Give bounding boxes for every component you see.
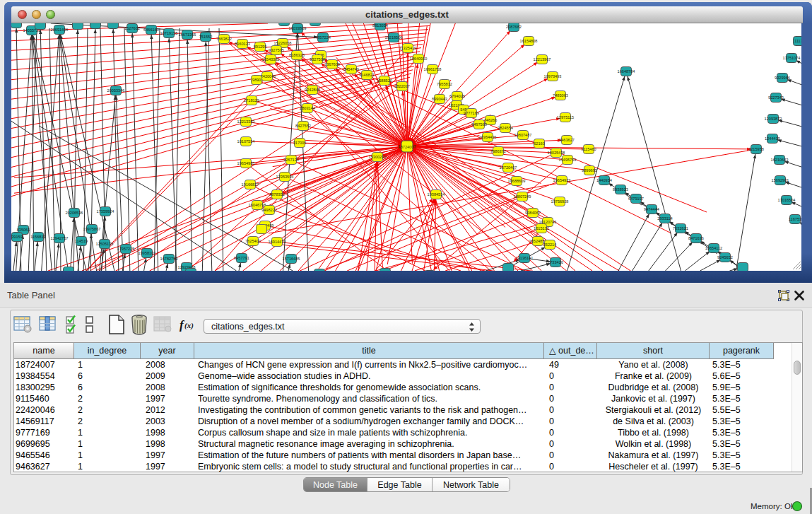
svg-text:15692901: 15692901 [772, 178, 789, 182]
svg-text:15720407: 15720407 [500, 165, 517, 170]
svg-text:10719155: 10719155 [160, 31, 178, 35]
svg-text:6794028: 6794028 [449, 94, 465, 98]
svg-text:1244415: 1244415 [765, 136, 780, 141]
svg-text:12353594: 12353594 [276, 175, 294, 179]
svg-text:19654923: 19654923 [553, 178, 571, 182]
svg-text:18640910: 18640910 [410, 57, 428, 61]
svg-text:16033809: 16033809 [289, 26, 307, 30]
svg-text:15495769: 15495769 [559, 158, 577, 162]
svg-text:12942757: 12942757 [51, 236, 69, 240]
svg-text:9474444: 9474444 [644, 207, 659, 211]
svg-text:17359924: 17359924 [97, 209, 114, 214]
svg-text:6479197: 6479197 [628, 197, 644, 201]
svg-text:16210643: 16210643 [771, 158, 789, 162]
svg-text:19958107: 19958107 [139, 251, 156, 255]
svg-text:10973493: 10973493 [544, 74, 562, 78]
svg-text:16961758: 16961758 [424, 67, 442, 71]
svg-text:1156819: 1156819 [30, 235, 45, 239]
svg-text:10107554: 10107554 [237, 139, 255, 144]
svg-text:13751074: 13751074 [783, 56, 801, 60]
svg-text:2367608: 2367608 [324, 62, 340, 66]
svg-text:39159: 39159 [11, 235, 23, 239]
svg-text:1733426: 1733426 [548, 260, 563, 264]
svg-text:16914479: 16914479 [269, 240, 286, 244]
svg-text:19756928: 19756928 [551, 199, 569, 204]
svg-text:1440954: 1440954 [596, 178, 612, 182]
svg-text:1588520: 1588520 [377, 78, 392, 83]
svg-text:16671355: 16671355 [179, 33, 196, 37]
svg-text:8160123: 8160123 [235, 42, 250, 46]
svg-text:18807249: 18807249 [514, 194, 531, 199]
svg-text:(x): (x) [184, 321, 194, 330]
svg-text:3824554: 3824554 [498, 126, 513, 130]
svg-text:19975867: 19975867 [83, 227, 101, 231]
svg-text:16046798: 16046798 [249, 203, 266, 207]
svg-text:9329966: 9329966 [775, 76, 790, 80]
svg-text:2718129: 2718129 [244, 98, 259, 103]
svg-text:19166827: 19166827 [242, 182, 259, 187]
svg-text:16154808: 16154808 [520, 39, 538, 43]
svg-text:8878352: 8878352 [269, 192, 285, 197]
svg-text:10120746: 10120746 [539, 220, 557, 224]
svg-text:9463627: 9463627 [559, 138, 575, 142]
svg-text:14136141: 14136141 [516, 256, 534, 260]
svg-text:7485063: 7485063 [553, 93, 568, 98]
svg-text:10688609: 10688609 [508, 179, 526, 183]
svg-text:19654985: 19654985 [237, 161, 255, 165]
svg-text:6497568: 6497568 [471, 122, 487, 127]
svg-text:9242848: 9242848 [305, 88, 320, 92]
svg-text:114519: 114519 [75, 239, 88, 243]
svg-text:252214: 252214 [543, 243, 557, 247]
svg-text:19384554: 19384554 [428, 192, 445, 197]
svg-text:1615132: 1615132 [534, 226, 549, 230]
svg-text:18724007: 18724007 [399, 145, 416, 149]
svg-text:7663822: 7663822 [216, 37, 232, 41]
svg-text:17957225: 17957225 [117, 247, 135, 251]
svg-text:20053346: 20053346 [107, 88, 125, 93]
svg-text:12975115: 12975115 [557, 115, 574, 119]
svg-text:10025438: 10025438 [548, 151, 565, 155]
svg-text:9899695: 9899695 [582, 168, 597, 173]
svg-text:9327505: 9327505 [269, 48, 284, 52]
svg-text:20364436: 20364436 [479, 135, 497, 139]
svg-text:8454749: 8454749 [343, 67, 359, 71]
svg-text:1527602: 1527602 [124, 26, 140, 30]
svg-text:10654112: 10654112 [705, 246, 722, 250]
svg-text:7632621: 7632621 [673, 226, 688, 230]
svg-text:12213383: 12213383 [237, 119, 255, 124]
svg-text:9890: 9890 [252, 78, 261, 82]
svg-text:8186328: 8186328 [289, 53, 305, 57]
svg-text:6466160: 6466160 [143, 28, 159, 32]
svg-text:7857224: 7857224 [315, 35, 331, 40]
svg-text:2933114: 2933114 [657, 216, 672, 221]
svg-text:10807487: 10807487 [514, 133, 532, 137]
svg-text:9498222: 9498222 [261, 208, 277, 212]
svg-text:16543382: 16543382 [262, 57, 280, 62]
svg-text:15300293: 15300293 [369, 155, 387, 159]
svg-text:1117: 1117 [794, 39, 801, 43]
svg-text:8471636: 8471636 [688, 236, 704, 240]
svg-text:7625402: 7625402 [245, 239, 261, 243]
svg-text:2087682: 2087682 [506, 25, 522, 29]
svg-text:9227343: 9227343 [768, 95, 784, 100]
svg-text:9146821: 9146821 [359, 73, 375, 77]
svg-text:9327508: 9327508 [310, 57, 325, 62]
svg-text:9115460: 9115460 [581, 147, 596, 151]
svg-text:116753: 116753 [789, 217, 801, 221]
svg-text:8427552: 8427552 [295, 124, 311, 128]
svg-text:11325419: 11325419 [399, 46, 416, 50]
svg-text:317006: 317006 [293, 141, 307, 145]
svg-text:12213967: 12213967 [534, 57, 551, 62]
svg-text:3267130: 3267130 [283, 158, 299, 162]
svg-text:891295: 891295 [254, 45, 267, 49]
svg-text:12505135: 12505135 [96, 242, 114, 246]
svg-text:8990443: 8990443 [432, 97, 447, 101]
svg-text:835061: 835061 [17, 228, 30, 232]
svg-text:3215958: 3215958 [748, 147, 764, 151]
svg-text:8813054: 8813054 [372, 23, 388, 28]
svg-text:7986372: 7986372 [490, 149, 506, 153]
svg-text:9777169: 9777169 [464, 111, 479, 115]
svg-text:2803144: 2803144 [300, 106, 315, 110]
svg-text:20691406: 20691406 [51, 28, 69, 32]
svg-text:3822037: 3822037 [394, 84, 410, 88]
